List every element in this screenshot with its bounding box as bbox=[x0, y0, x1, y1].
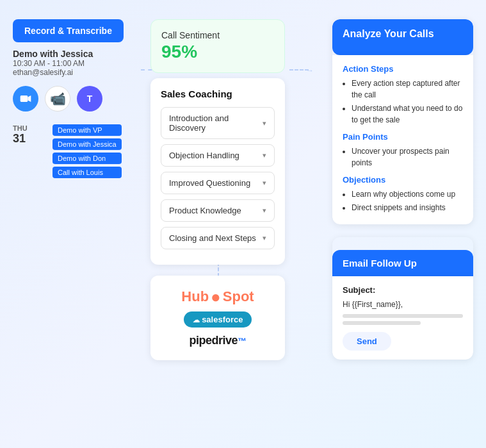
chevron-icon-3: ▾ bbox=[263, 179, 266, 187]
teams-icon[interactable]: T bbox=[77, 86, 102, 112]
chevron-icon-4: ▾ bbox=[263, 206, 266, 215]
action-steps-heading: Action Steps bbox=[343, 64, 463, 74]
email-subject-label: Subject: bbox=[343, 285, 463, 295]
coaching-label-3: Improved Questioning bbox=[169, 178, 250, 188]
middle-column: Call Sentiment 95% Sales Coaching Introd… bbox=[150, 19, 285, 265]
meeting-time: 10:30 AM - 11:00 AM bbox=[13, 59, 147, 68]
send-button[interactable]: Send bbox=[343, 332, 391, 351]
svg-rect-0 bbox=[20, 95, 28, 102]
sentiment-label: Call Sentiment bbox=[161, 30, 274, 40]
meeting-title: Demo with Jessica bbox=[13, 49, 147, 59]
objections-list: Learn why objections come up Direct snip… bbox=[343, 188, 463, 213]
google-meet-icon[interactable]: 📹 bbox=[45, 86, 70, 112]
sentiment-percentage: 95% bbox=[161, 42, 274, 62]
salesforce-badge: ☁ salesforce bbox=[184, 311, 252, 328]
coaching-label-4: Product Knowledge bbox=[169, 206, 241, 215]
zoom-icon[interactable] bbox=[13, 86, 38, 112]
cal-event-4[interactable]: Call with Louis bbox=[53, 167, 122, 178]
coaching-item-5[interactable]: Closing and Next Steps ▾ bbox=[161, 227, 275, 249]
coaching-label-5: Closing and Next Steps bbox=[169, 233, 256, 243]
email-body: Subject: Hi {{First_name}}, Send bbox=[332, 276, 473, 360]
objection-2: Direct snippets and insights bbox=[352, 202, 463, 213]
record-transcribe-button[interactable]: Record & Transcribe bbox=[13, 19, 124, 42]
pain-points-heading: Pain Points bbox=[343, 132, 463, 142]
right-column: Analyze Your Calls Action Steps Every ac… bbox=[332, 19, 473, 360]
analyze-body: Action Steps Every action step captured … bbox=[332, 55, 473, 224]
action-step-1: Every action step captured after the cal… bbox=[352, 78, 463, 101]
integrations-card: Hub●Spot ☁ salesforce pipedrive™ bbox=[150, 276, 285, 360]
calendar-date: 31 bbox=[13, 132, 28, 145]
meeting-email: ethan@salesify.ai bbox=[13, 68, 147, 77]
email-preview-text: Hi {{First_name}}, bbox=[343, 300, 463, 309]
chevron-icon-5: ▾ bbox=[263, 234, 266, 242]
pain-points-list: Uncover your prospects pain points bbox=[343, 145, 463, 169]
chevron-icon-2: ▾ bbox=[263, 151, 266, 160]
coaching-title: Sales Coaching bbox=[161, 88, 275, 99]
coaching-item-1[interactable]: Introduction and Discovery ▾ bbox=[161, 107, 275, 139]
cal-event-2[interactable]: Demo with Jessica bbox=[53, 138, 122, 150]
coaching-item-3[interactable]: Improved Questioning ▾ bbox=[161, 172, 275, 194]
chevron-icon-1: ▾ bbox=[263, 119, 266, 128]
calendar-events: Demo with VP Demo with Jessica Demo with… bbox=[53, 124, 122, 178]
coaching-label-1: Introduction and Discovery bbox=[169, 113, 263, 133]
cal-event-1[interactable]: Demo with VP bbox=[53, 124, 122, 136]
action-step-2: Understand what you need to do to get th… bbox=[352, 103, 463, 126]
pipedrive-logo: pipedrive™ bbox=[189, 334, 246, 347]
action-steps-list: Every action step captured after the cal… bbox=[343, 78, 463, 126]
calendar-day: THU bbox=[13, 124, 28, 132]
sentiment-card: Call Sentiment 95% bbox=[150, 19, 285, 73]
coaching-label-2: Objection Handling bbox=[169, 151, 239, 160]
coaching-item-2[interactable]: Objection Handling ▾ bbox=[161, 144, 275, 167]
objection-1: Learn why objections come up bbox=[352, 188, 463, 200]
analyze-header: Analyze Your Calls bbox=[332, 19, 473, 55]
email-header: Email Follow Up bbox=[332, 250, 473, 276]
email-line-1 bbox=[343, 314, 463, 318]
analyze-card: Analyze Your Calls Action Steps Every ac… bbox=[332, 19, 473, 224]
email-line-2 bbox=[343, 321, 421, 325]
left-column: Record & Transcribe Demo with Jessica 10… bbox=[13, 19, 147, 178]
svg-marker-1 bbox=[28, 95, 31, 102]
email-followup-card: Email Follow Up Subject: Hi {{First_name… bbox=[332, 237, 473, 360]
hubspot-logo: Hub●Spot bbox=[181, 288, 254, 305]
coaching-item-4[interactable]: Product Knowledge ▾ bbox=[161, 199, 275, 222]
cal-event-3[interactable]: Demo with Don bbox=[53, 153, 122, 164]
calendar-section: THU 31 Demo with VP Demo with Jessica De… bbox=[13, 124, 147, 178]
coaching-card: Sales Coaching Introduction and Discover… bbox=[150, 78, 285, 265]
app-icons-row: 📹 T bbox=[13, 86, 147, 112]
objections-heading: Objections bbox=[343, 175, 463, 185]
analyze-title: Analyze Your Calls bbox=[343, 28, 463, 40]
pain-point-1: Uncover your prospects pain points bbox=[352, 145, 463, 169]
